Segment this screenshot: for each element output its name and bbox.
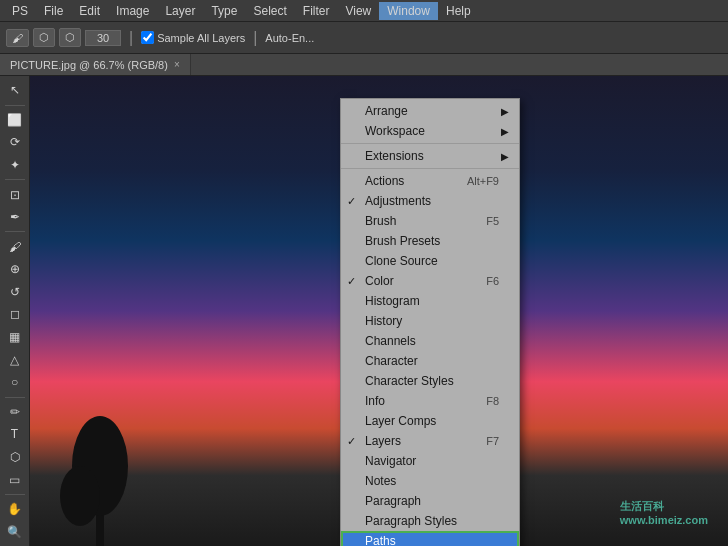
menu-item-info[interactable]: Info F8 bbox=[341, 391, 519, 411]
menu-section-3: Actions Alt+F9 ✓ Adjustments Brush F5 Br… bbox=[341, 169, 519, 546]
menu-item-layers[interactable]: ✓ Layers F7 bbox=[341, 431, 519, 451]
tab-picture[interactable]: PICTURE.jpg @ 66.7% (RGB/8) × bbox=[0, 54, 191, 75]
menu-section-1: Arrange ▶ Workspace ▶ bbox=[341, 99, 519, 144]
tool-history-brush[interactable]: ↺ bbox=[3, 282, 27, 303]
menu-help[interactable]: Help bbox=[438, 2, 479, 20]
tool-divider-3 bbox=[5, 231, 25, 232]
menu-item-layer-comps[interactable]: Layer Comps bbox=[341, 411, 519, 431]
menu-item-workspace[interactable]: Workspace ▶ bbox=[341, 121, 519, 141]
menu-file[interactable]: File bbox=[36, 2, 71, 20]
menu-item-extensions[interactable]: Extensions ▶ bbox=[341, 146, 519, 166]
menu-item-brush[interactable]: Brush F5 bbox=[341, 211, 519, 231]
arrange-arrow-icon: ▶ bbox=[501, 106, 509, 117]
menu-item-arrange[interactable]: Arrange ▶ bbox=[341, 101, 519, 121]
menu-item-clone-source[interactable]: Clone Source bbox=[341, 251, 519, 271]
menu-filter[interactable]: Filter bbox=[295, 2, 338, 20]
menu-layer[interactable]: Layer bbox=[157, 2, 203, 20]
sample-all-layers-text: Sample All Layers bbox=[157, 32, 245, 44]
menu-item-history[interactable]: History bbox=[341, 311, 519, 331]
brush-options2-btn[interactable]: ⬡ bbox=[59, 28, 81, 47]
toolbar: 🖌 ⬡ ⬡ 30 | Sample All Layers | Auto-En..… bbox=[0, 22, 728, 54]
menu-item-character-styles[interactable]: Character Styles bbox=[341, 371, 519, 391]
tool-stamp[interactable]: ⊕ bbox=[3, 259, 27, 280]
tool-gradient[interactable]: ▦ bbox=[3, 327, 27, 348]
sample-all-layers-checkbox[interactable] bbox=[141, 31, 154, 44]
layers-check-icon: ✓ bbox=[347, 435, 356, 448]
menu-section-2: Extensions ▶ bbox=[341, 144, 519, 169]
tab-bar: PICTURE.jpg @ 66.7% (RGB/8) × bbox=[0, 54, 728, 76]
tool-hand[interactable]: ✋ bbox=[3, 499, 27, 520]
menu-item-actions[interactable]: Actions Alt+F9 bbox=[341, 171, 519, 191]
menu-select[interactable]: Select bbox=[245, 2, 294, 20]
main-area: ↖ ⬜ ⟳ ✦ ⊡ ✒ 🖌 ⊕ ↺ ◻ ▦ △ ○ ✏ T ⬡ ▭ ✋ 🔍 bbox=[0, 76, 728, 546]
tool-lasso[interactable]: ⟳ bbox=[3, 132, 27, 153]
menu-image[interactable]: Image bbox=[108, 2, 157, 20]
menu-view[interactable]: View bbox=[337, 2, 379, 20]
brush-tool-btn[interactable]: 🖌 bbox=[6, 29, 29, 47]
tab-title: PICTURE.jpg @ 66.7% (RGB/8) bbox=[10, 59, 168, 71]
tool-pen[interactable]: ✏ bbox=[3, 401, 27, 422]
extensions-arrow-icon: ▶ bbox=[501, 151, 509, 162]
window-dropdown-menu: Arrange ▶ Workspace ▶ Extensions ▶ Actio… bbox=[340, 98, 520, 546]
menu-item-adjustments[interactable]: ✓ Adjustments bbox=[341, 191, 519, 211]
tool-zoom[interactable]: 🔍 bbox=[3, 521, 27, 542]
tool-brush[interactable]: 🖌 bbox=[3, 236, 27, 257]
watermark-line2: www.bimeiz.com bbox=[620, 514, 708, 526]
tab-close-btn[interactable]: × bbox=[174, 59, 180, 70]
tool-divider-2 bbox=[5, 179, 25, 180]
tool-move[interactable]: ↖ bbox=[3, 80, 27, 101]
menu-item-color[interactable]: ✓ Color F6 bbox=[341, 271, 519, 291]
color-shortcut: F6 bbox=[466, 275, 499, 287]
toolbar-separator2: | bbox=[253, 29, 257, 47]
actions-shortcut: Alt+F9 bbox=[447, 175, 499, 187]
menu-item-paragraph[interactable]: Paragraph bbox=[341, 491, 519, 511]
menu-edit[interactable]: Edit bbox=[71, 2, 108, 20]
color-check-icon: ✓ bbox=[347, 275, 356, 288]
watermark: 生活百科 www.bimeiz.com bbox=[620, 499, 708, 526]
menu-item-paragraph-styles[interactable]: Paragraph Styles bbox=[341, 511, 519, 531]
menu-item-notes[interactable]: Notes bbox=[341, 471, 519, 491]
tool-magic-wand[interactable]: ✦ bbox=[3, 155, 27, 176]
tool-crop[interactable]: ⊡ bbox=[3, 184, 27, 205]
auto-enhance-label: Auto-En... bbox=[265, 32, 314, 44]
brush-shortcut: F5 bbox=[466, 215, 499, 227]
adjustments-check-icon: ✓ bbox=[347, 195, 356, 208]
menu-item-paths[interactable]: Paths bbox=[341, 531, 519, 546]
tool-divider-1 bbox=[5, 105, 25, 106]
menu-ps[interactable]: PS bbox=[4, 2, 36, 20]
info-shortcut: F8 bbox=[466, 395, 499, 407]
menu-item-character[interactable]: Character bbox=[341, 351, 519, 371]
tool-blur[interactable]: △ bbox=[3, 349, 27, 370]
tool-dodge[interactable]: ○ bbox=[3, 372, 27, 393]
tool-eraser[interactable]: ◻ bbox=[3, 304, 27, 325]
menu-item-navigator[interactable]: Navigator bbox=[341, 451, 519, 471]
tree-silhouette bbox=[60, 396, 140, 546]
layers-shortcut: F7 bbox=[466, 435, 499, 447]
left-toolbar: ↖ ⬜ ⟳ ✦ ⊡ ✒ 🖌 ⊕ ↺ ◻ ▦ △ ○ ✏ T ⬡ ▭ ✋ 🔍 bbox=[0, 76, 30, 546]
tool-divider-5 bbox=[5, 494, 25, 495]
tool-marquee[interactable]: ⬜ bbox=[3, 110, 27, 131]
tool-eyedropper[interactable]: ✒ bbox=[3, 207, 27, 228]
tool-divider-4 bbox=[5, 397, 25, 398]
tool-path[interactable]: ⬡ bbox=[3, 447, 27, 468]
svg-point-2 bbox=[60, 466, 100, 526]
menu-item-channels[interactable]: Channels bbox=[341, 331, 519, 351]
toolbar-separator: | bbox=[129, 29, 133, 47]
menu-item-brush-presets[interactable]: Brush Presets bbox=[341, 231, 519, 251]
watermark-line1: 生活百科 bbox=[620, 499, 708, 514]
menu-item-histogram[interactable]: Histogram bbox=[341, 291, 519, 311]
workspace-arrow-icon: ▶ bbox=[501, 126, 509, 137]
menu-type[interactable]: Type bbox=[203, 2, 245, 20]
tool-type[interactable]: T bbox=[3, 424, 27, 445]
brush-size-input[interactable]: 30 bbox=[85, 30, 121, 46]
brush-options-btn[interactable]: ⬡ bbox=[33, 28, 55, 47]
menu-window[interactable]: Window bbox=[379, 2, 438, 20]
sample-all-layers-label: Sample All Layers bbox=[141, 31, 245, 44]
tool-shape[interactable]: ▭ bbox=[3, 469, 27, 490]
menu-bar: PS File Edit Image Layer Type Select Fil… bbox=[0, 0, 728, 22]
